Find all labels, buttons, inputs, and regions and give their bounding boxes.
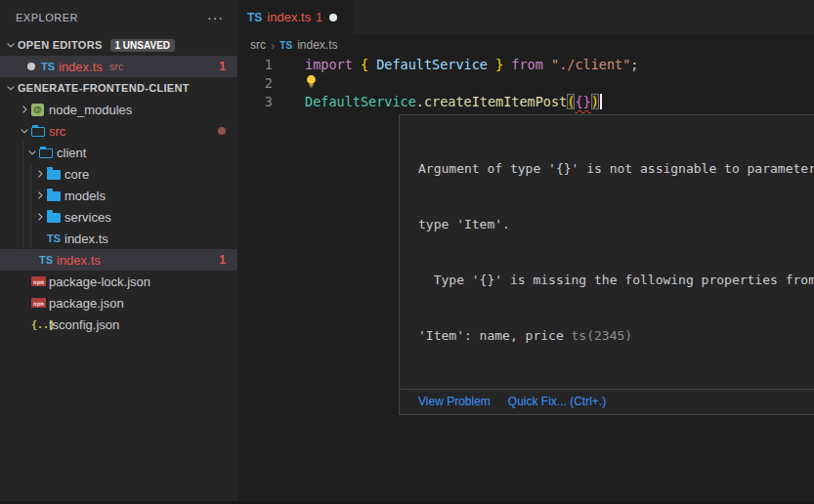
folder-open-icon bbox=[39, 148, 53, 158]
tree-item-label: services bbox=[64, 210, 111, 225]
chevron-right-icon bbox=[33, 209, 47, 225]
tab-error-count: 1 bbox=[316, 11, 322, 24]
code-line-3[interactable]: 3 DefaultService.createItemItemPost({}) bbox=[237, 93, 814, 111]
folder-icon bbox=[47, 191, 61, 201]
chevron-down-icon bbox=[4, 37, 18, 53]
breadcrumb-folder[interactable]: src bbox=[250, 38, 266, 52]
matched-bracket: ) bbox=[591, 94, 599, 109]
typescript-icon: TS bbox=[279, 40, 292, 51]
error-count-badge: 1 bbox=[219, 60, 237, 73]
open-editors-label: OPEN EDITORS bbox=[18, 39, 103, 51]
open-editor-detail: src bbox=[109, 61, 124, 72]
code-token: { bbox=[361, 57, 376, 72]
tree-item-src[interactable]: src bbox=[0, 120, 237, 142]
file-tree: @ node_modules src client core bbox=[0, 99, 237, 335]
error-hover-tooltip: Argument of type '{}' is not assignable … bbox=[399, 114, 814, 415]
code-line-2[interactable]: 2 bbox=[237, 74, 814, 93]
open-editors-header[interactable]: OPEN EDITORS 1 UNSAVED bbox=[0, 34, 237, 56]
error-message-line: 'Item': name, price ts(2345) bbox=[418, 326, 814, 345]
tree-item-label: index.ts bbox=[64, 231, 108, 246]
sidebar-header: EXPLORER ··· bbox=[0, 0, 237, 34]
error-message: Argument of type '{}' is not assignable … bbox=[400, 115, 814, 389]
lightbulb-icon[interactable] bbox=[305, 74, 318, 94]
folder-icon bbox=[47, 170, 61, 180]
open-editor-filename: index.ts bbox=[59, 60, 103, 74]
unsaved-dot-icon bbox=[27, 63, 35, 70]
code-token: import bbox=[305, 57, 361, 72]
typescript-icon: TS bbox=[247, 11, 262, 24]
explorer-title: EXPLORER bbox=[16, 12, 78, 23]
tree-item-node-modules[interactable]: @ node_modules bbox=[0, 99, 237, 120]
code-token: DefaultService bbox=[305, 94, 416, 109]
code-line-1[interactable]: 1 import { DefaultService } from "./clie… bbox=[237, 56, 814, 74]
code-token: ; bbox=[630, 57, 638, 72]
chevron-down-icon bbox=[25, 145, 39, 160]
tree-item-package-json[interactable]: npm package.json bbox=[0, 292, 237, 314]
typescript-icon: TS bbox=[47, 232, 61, 244]
error-message-line: Argument of type '{}' is not assignable … bbox=[418, 159, 814, 178]
explorer-sidebar: EXPLORER ··· OPEN EDITORS 1 UNSAVED TS i… bbox=[0, 0, 237, 504]
npm-icon: npm bbox=[31, 298, 46, 308]
folder-icon bbox=[47, 213, 61, 223]
breadcrumb-file[interactable]: index.ts bbox=[297, 38, 337, 52]
unsaved-dot-icon[interactable] bbox=[329, 14, 337, 21]
tree-item-label: index.ts bbox=[57, 253, 101, 268]
code-token: from bbox=[511, 57, 551, 72]
modified-dot-icon bbox=[218, 127, 226, 135]
tree-item-client[interactable]: client bbox=[0, 142, 237, 163]
tab-filename: index.ts bbox=[267, 10, 311, 24]
code-token: DefaultService bbox=[376, 57, 488, 72]
text-cursor bbox=[600, 94, 602, 109]
code-token: } bbox=[488, 57, 511, 72]
tree-item-client-index-ts[interactable]: TS index.ts bbox=[0, 228, 237, 249]
node-modules-icon: @ bbox=[31, 104, 44, 116]
tree-item-models[interactable]: models bbox=[0, 185, 237, 206]
breadcrumb: src › TS index.ts bbox=[237, 34, 814, 56]
line-number: 3 bbox=[237, 93, 273, 111]
error-message-text: 'Item': name, price bbox=[418, 328, 572, 343]
error-token: {} bbox=[575, 94, 590, 109]
chevron-down-icon bbox=[18, 123, 31, 139]
chevron-down-icon bbox=[4, 80, 18, 96]
tree-item-core[interactable]: core bbox=[0, 163, 237, 185]
open-editor-item-index-ts[interactable]: TS index.ts src 1 bbox=[0, 56, 237, 77]
vscode-window: EXPLORER ··· OPEN EDITORS 1 UNSAVED TS i… bbox=[0, 0, 814, 504]
tree-item-label: package.json bbox=[49, 296, 124, 311]
tree-item-label: models bbox=[64, 189, 106, 203]
tree-item-label: tsconfig.json bbox=[49, 317, 119, 332]
code-token: createItemItemPost bbox=[424, 94, 567, 109]
unsaved-badge: 1 UNSAVED bbox=[110, 39, 176, 52]
tree-item-services[interactable]: services bbox=[0, 206, 237, 228]
error-message-line: type 'Item'. bbox=[418, 215, 814, 233]
error-message-line: Type '{}' is missing the following prope… bbox=[418, 271, 814, 289]
tree-item-label: client bbox=[57, 146, 86, 160]
typescript-icon: TS bbox=[41, 61, 55, 72]
more-actions-icon[interactable]: ··· bbox=[207, 13, 224, 22]
tree-item-label: core bbox=[64, 167, 89, 182]
line-number: 1 bbox=[237, 56, 273, 74]
code-token: . bbox=[416, 94, 424, 109]
chevron-right-icon bbox=[33, 188, 47, 203]
tab-index-ts[interactable]: TS index.ts 1 bbox=[237, 0, 353, 34]
typescript-icon: TS bbox=[39, 254, 53, 266]
breadcrumb-separator: › bbox=[271, 38, 275, 53]
tree-item-label: package-lock.json bbox=[49, 274, 150, 289]
code-editor[interactable]: 1 import { DefaultService } from "./clie… bbox=[237, 56, 814, 111]
error-count-badge: 1 bbox=[219, 253, 237, 267]
hover-status-bar: View Problem Quick Fix... (Ctrl+.) bbox=[400, 389, 814, 414]
workspace-name: GENERATE-FRONTEND-CLIENT bbox=[18, 82, 190, 94]
tree-item-tsconfig-json[interactable]: {..} tsconfig.json bbox=[0, 314, 237, 335]
chevron-right-icon bbox=[33, 166, 47, 182]
tree-item-package-lock-json[interactable]: npm package-lock.json bbox=[0, 271, 237, 292]
folder-open-icon bbox=[31, 127, 45, 137]
tab-bar: TS index.ts 1 bbox=[237, 0, 814, 34]
chevron-right-icon bbox=[18, 102, 31, 117]
tree-item-src-index-ts[interactable]: TS index.ts 1 bbox=[0, 249, 237, 271]
quick-fix-link[interactable]: Quick Fix... (Ctrl+.) bbox=[508, 395, 606, 408]
view-problem-link[interactable]: View Problem bbox=[418, 395, 491, 408]
npm-icon: npm bbox=[31, 276, 46, 286]
tree-item-label: node_modules bbox=[49, 103, 132, 117]
tree-item-label: src bbox=[49, 124, 65, 139]
workspace-header[interactable]: GENERATE-FRONTEND-CLIENT bbox=[0, 77, 237, 99]
code-token: "./client" bbox=[551, 57, 630, 72]
